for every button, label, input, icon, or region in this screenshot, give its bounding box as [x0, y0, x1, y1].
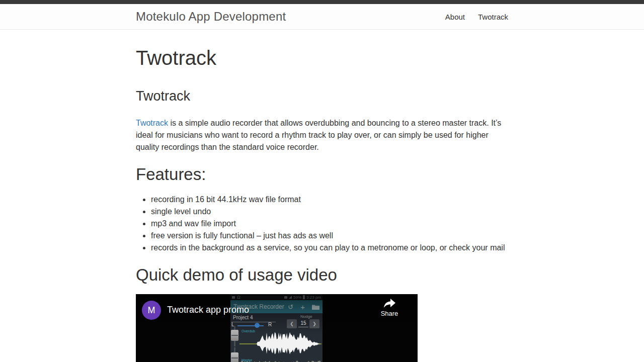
nudge-value-field[interactable]: 15 — [298, 320, 308, 327]
headset-icon: Ω — [237, 295, 240, 300]
nav-link-about[interactable]: About — [445, 13, 465, 21]
pan-slider-track — [237, 325, 264, 326]
nudge-increment-button[interactable]: ❯ — [309, 319, 319, 328]
fader-handle-overdub[interactable] — [231, 330, 238, 341]
status-time: 3:23 pm — [306, 295, 321, 300]
page-title: Twotrack — [136, 47, 508, 69]
fader-handle-master[interactable] — [231, 352, 238, 362]
video-section-heading: Quick demo of usage video — [136, 265, 508, 285]
status-left-icons: Ω — [232, 295, 240, 300]
pan-slider-thumb[interactable] — [255, 323, 260, 328]
article-content: Twotrack Twotrack Twotrack is a simple a… — [136, 47, 508, 362]
share-label: Share — [373, 310, 406, 317]
intro-text: is a simple audio recorder that allows o… — [136, 119, 501, 151]
wifi-icon — [284, 296, 287, 299]
youtube-player[interactable]: Ω 59% 3:23 pm Twotrack Recorder ↺ + — [136, 294, 418, 362]
phone-status-bar: Ω 59% 3:23 pm — [230, 294, 323, 300]
status-right-icons: 59% 3:23 pm — [284, 295, 321, 300]
article-subtitle: Twotrack — [136, 88, 508, 104]
nav-link-twotrack[interactable]: Twotrack — [478, 13, 508, 21]
appbar-actions: ↺ + — [288, 303, 319, 311]
project-name: Project 4 — [233, 315, 253, 320]
header-container: Motekulo App Development About Twotrack — [0, 10, 644, 24]
nudge-decrement-button[interactable]: ❮ — [287, 319, 297, 328]
feature-item: records in the background as a service, … — [151, 242, 508, 254]
master-waveform — [239, 359, 321, 362]
add-track-icon[interactable]: + — [300, 303, 305, 311]
features-list: recording in 16 bit 44.1kHz wav file for… — [136, 194, 508, 254]
site-brand[interactable]: Motekulo App Development — [136, 10, 286, 24]
share-icon — [383, 298, 396, 308]
channel-avatar[interactable]: M — [142, 301, 161, 320]
feature-item: free version is fully functional – just … — [151, 230, 508, 242]
intro-paragraph: Twotrack is a simple audio recorder that… — [136, 117, 508, 153]
overdub-waveform — [239, 330, 321, 358]
feature-item: mp3 and wav file import — [151, 218, 508, 230]
pan-right-label: R — [268, 322, 272, 327]
signal-icon — [289, 296, 292, 299]
browser-top-bar — [0, 0, 644, 4]
twotrack-link[interactable]: Twotrack — [136, 119, 168, 127]
battery-icon — [303, 295, 305, 299]
features-heading: Features: — [136, 165, 508, 184]
feature-item: single level undo — [151, 206, 508, 218]
video-title[interactable]: Twotrack app promo — [167, 305, 249, 315]
undo-icon[interactable]: ↺ — [288, 303, 293, 311]
nudge-label: Nudge — [300, 314, 312, 319]
camera-icon — [232, 296, 235, 299]
folder-icon[interactable] — [312, 304, 319, 310]
main-nav: About Twotrack — [445, 13, 508, 21]
share-button[interactable]: Share — [373, 298, 406, 317]
battery-percent: 59% — [293, 295, 301, 300]
feature-item: recording in 16 bit 44.1kHz wav file for… — [151, 194, 508, 206]
site-header: Motekulo App Development About Twotrack — [0, 4, 644, 30]
